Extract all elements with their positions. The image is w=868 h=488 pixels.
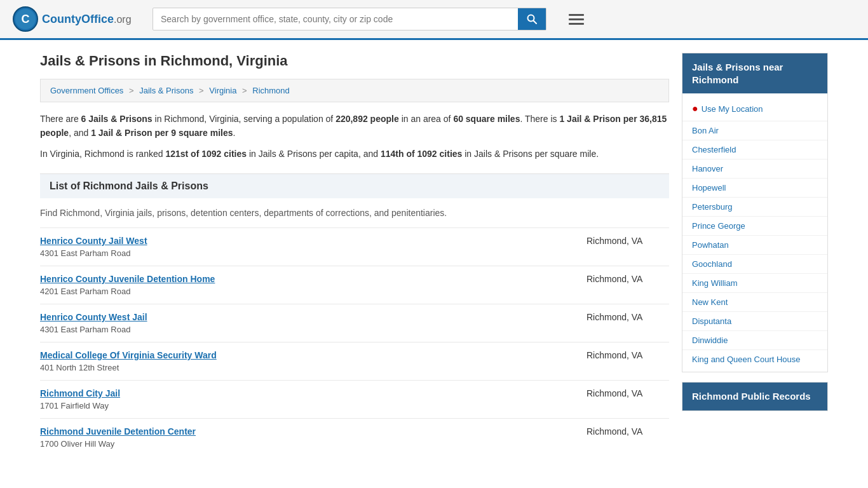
breadcrumb: Government Offices > Jails & Prisons > V… [40,79,669,102]
svg-line-5 [534,21,537,24]
nearby-link[interactable]: Hopewell [682,179,827,198]
nearby-link[interactable]: Prince George [682,217,827,236]
use-location: ● Use My Location [682,97,827,121]
listing-location: Richmond, VA [574,274,669,284]
logo-area: C CountyOffice.org [13,6,140,32]
nearby-link[interactable]: Petersburg [682,198,827,217]
public-records-header: Richmond Public Records [682,383,827,410]
listing-info: Richmond Juvenile Detention Center 1700 … [40,426,574,449]
breadcrumb-sep: > [199,86,204,95]
list-item: Henrico County Jail West 4301 East Parha… [40,227,669,266]
breadcrumb-sep: > [242,86,247,95]
listing-address: 1700 Oliver Hill Way [40,439,114,449]
search-icon [527,14,537,24]
svg-text:C: C [22,13,30,25]
nearby-link[interactable]: Disputanta [682,312,827,331]
nearby-link[interactable]: Chesterfield [682,140,827,159]
listing-info: Henrico County Jail West 4301 East Parha… [40,236,574,258]
listing-address: 4301 East Parham Road [40,325,130,334]
list-item: Richmond Juvenile Detention Center 1700 … [40,418,669,456]
nearby-link[interactable]: Dinwiddie [682,331,827,350]
listing-info: Henrico County Juvenile Detention Home 4… [40,274,574,296]
search-button[interactable] [518,8,546,30]
nearby-link[interactable]: King and Queen Court House [682,350,827,369]
listing-info: Medical College Of Virginia Security War… [40,350,574,372]
find-description: Find Richmond, Virginia jails, prisons, … [40,201,669,224]
nearby-link[interactable]: Hanover [682,159,827,179]
listing-info: Richmond City Jail 1701 Fairfield Way [40,388,574,410]
list-item: Henrico County West Jail 4301 East Parha… [40,304,669,342]
use-location-link[interactable]: Use My Location [702,104,763,114]
breadcrumb-sep: > [129,86,134,95]
listing-address: 4301 East Parham Road [40,248,130,258]
listing-location: Richmond, VA [574,312,669,322]
listing-address: 1701 Fairfield Way [40,401,109,410]
listing-location: Richmond, VA [574,388,669,398]
sidebar: Jails & Prisons near Richmond ● Use My L… [682,53,828,456]
listing-location: Richmond, VA [574,426,669,437]
listing-name[interactable]: Richmond Juvenile Detention Center [40,426,574,437]
listing-name[interactable]: Henrico County West Jail [40,312,574,322]
logo-text: CountyOffice.org [42,13,132,26]
public-records-section: Richmond Public Records [682,382,828,411]
nearby-link[interactable]: Powhatan [682,236,827,255]
nearby-section: Jails & Prisons near Richmond ● Use My L… [682,53,828,372]
listing-info: Henrico County West Jail 4301 East Parha… [40,312,574,334]
nearby-link[interactable]: New Kent [682,293,827,312]
menu-button[interactable] [566,8,587,30]
page-title: Jails & Prisons in Richmond, Virginia [40,53,669,69]
search-input[interactable] [153,9,518,29]
listing-address: 401 North 12th Street [40,363,119,372]
hamburger-icon [569,14,584,16]
hamburger-icon [569,18,584,20]
list-item: Medical College Of Virginia Security War… [40,342,669,380]
breadcrumb-link-3[interactable]: Virginia [209,86,236,95]
nearby-link[interactable]: King William [682,274,827,293]
logo-icon: C [13,6,38,32]
nearby-header: Jails & Prisons near Richmond [682,53,827,93]
listing-location: Richmond, VA [574,236,669,246]
listing-location: Richmond, VA [574,350,669,360]
breadcrumb-link-4[interactable]: Richmond [252,86,290,95]
search-area [153,8,546,30]
breadcrumb-link-1[interactable]: Government Offices [50,86,123,95]
listing-name[interactable]: Henrico County Juvenile Detention Home [40,274,574,284]
content: Jails & Prisons in Richmond, Virginia Go… [40,53,669,456]
header: C CountyOffice.org [0,0,868,40]
breadcrumb-link-2[interactable]: Jails & Prisons [139,86,193,95]
main-container: Jails & Prisons in Richmond, Virginia Go… [27,40,841,469]
nearby-link[interactable]: Bon Air [682,121,827,140]
description: There are 6 Jails & Prisons in Richmond,… [40,112,669,161]
list-item: Henrico County Juvenile Detention Home 4… [40,266,669,304]
listings: Henrico County Jail West 4301 East Parha… [40,227,669,456]
nearby-links: Bon AirChesterfieldHanoverHopewellPeters… [682,121,827,369]
hamburger-icon [569,23,584,25]
list-item: Richmond City Jail 1701 Fairfield Way Ri… [40,380,669,418]
listing-address: 4201 East Parham Road [40,287,130,296]
listing-name[interactable]: Henrico County Jail West [40,236,574,246]
listing-name[interactable]: Medical College Of Virginia Security War… [40,350,574,360]
location-dot-icon: ● [692,103,698,114]
list-section-header: List of Richmond Jails & Prisons [40,173,669,198]
listing-name[interactable]: Richmond City Jail [40,388,574,398]
nearby-body: ● Use My Location Bon AirChesterfieldHan… [682,93,827,372]
nearby-link[interactable]: Goochland [682,255,827,274]
